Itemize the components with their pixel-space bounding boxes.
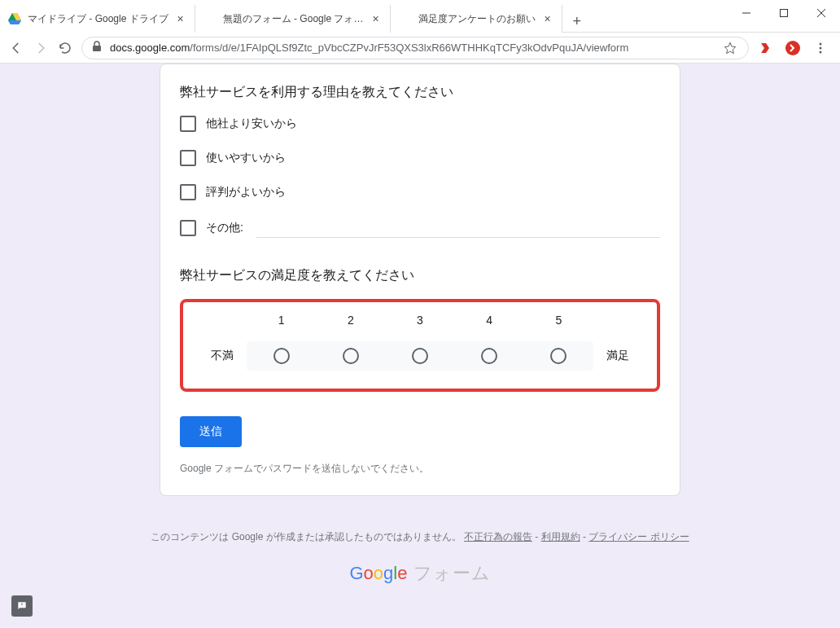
menu-icon[interactable] <box>812 40 829 56</box>
drive-icon <box>8 12 21 25</box>
checkbox-option[interactable]: 使いやすいから <box>180 150 660 166</box>
password-warning: Google フォームでパスワードを送信しないでください。 <box>180 462 660 476</box>
scale-radio-3[interactable] <box>412 348 428 364</box>
page-content: 弊社サービスを利用する理由を教えてください 他社より安いから 使いやすいから 評… <box>0 64 840 628</box>
close-icon[interactable]: × <box>542 13 553 24</box>
url-text: docs.google.com/forms/d/e/1FAIpQLSf9Ztc_… <box>110 42 628 54</box>
checkbox-icon[interactable] <box>180 150 196 166</box>
address-bar[interactable]: docs.google.com/forms/d/e/1FAIpQLSf9Ztc_… <box>81 37 749 59</box>
lock-icon <box>92 41 102 55</box>
scale-number: 3 <box>385 314 454 327</box>
scale-radio-4[interactable] <box>481 348 497 364</box>
svg-rect-4 <box>781 10 788 17</box>
minimize-button[interactable] <box>728 0 765 26</box>
svg-marker-2 <box>8 20 21 24</box>
scale-number: 5 <box>524 314 593 327</box>
svg-point-11 <box>820 51 822 53</box>
checkbox-option[interactable]: 他社より安いから <box>180 116 660 132</box>
scale-number: 1 <box>247 314 316 327</box>
scale-radio-2[interactable] <box>343 348 359 364</box>
checkbox-icon[interactable] <box>180 220 196 236</box>
option-label: その他: <box>206 221 243 235</box>
forms-icon <box>203 12 217 25</box>
terms-link[interactable]: 利用規約 <box>541 531 580 542</box>
checkbox-icon[interactable] <box>180 184 196 200</box>
tab-drive[interactable]: マイドライブ - Google ドライブ × <box>0 5 195 33</box>
reload-button[interactable] <box>57 40 73 56</box>
back-button[interactable] <box>8 40 24 56</box>
checkbox-icon[interactable] <box>180 116 196 132</box>
report-abuse-link[interactable]: 不正行為の報告 <box>464 531 532 542</box>
question-1-title: 弊社サービスを利用する理由を教えてください <box>180 84 660 101</box>
tab-title: 無題のフォーム - Google フォーム <box>223 12 364 26</box>
google-forms-logo[interactable]: Google フォーム <box>0 561 840 586</box>
other-text-input[interactable] <box>256 218 660 238</box>
checkbox-option-other[interactable]: その他: <box>180 218 660 238</box>
star-icon[interactable] <box>722 40 738 56</box>
question-2-title: 弊社サービスの満足度を教えてください <box>180 267 660 284</box>
extension-icon[interactable] <box>757 40 773 56</box>
tab-title: 満足度アンケートのお願い <box>418 12 536 26</box>
privacy-link[interactable]: プライバシー ポリシー <box>588 531 689 542</box>
svg-point-9 <box>820 42 822 45</box>
new-tab-button[interactable]: + <box>566 10 588 33</box>
svg-rect-13 <box>21 604 22 605</box>
scale-radio-1[interactable] <box>273 348 290 364</box>
forward-button[interactable] <box>33 40 49 56</box>
scale-radio-5[interactable] <box>550 348 567 364</box>
option-label: 評判がよいから <box>206 185 286 200</box>
option-label: 他社より安いから <box>206 116 297 131</box>
close-window-button[interactable] <box>803 0 840 26</box>
svg-point-12 <box>21 604 22 605</box>
tab-strip: マイドライブ - Google ドライブ × 無題のフォーム - Google … <box>0 0 728 33</box>
svg-point-10 <box>820 46 822 49</box>
window-controls <box>728 0 840 26</box>
scale-high-label: 満足 <box>593 349 642 363</box>
extension-icon-2[interactable] <box>785 40 801 56</box>
footer-disclaimer: このコンテンツは Google が作成または承認したものではありません。 不正行… <box>0 529 840 547</box>
tab-forms-editor[interactable]: 無題のフォーム - Google フォーム × <box>195 5 391 33</box>
browser-titlebar: マイドライブ - Google ドライブ × 無題のフォーム - Google … <box>0 0 840 33</box>
form-card: 弊社サービスを利用する理由を教えてください 他社より安いから 使いやすいから 評… <box>160 64 680 496</box>
feedback-button[interactable] <box>11 595 33 617</box>
tab-title: マイドライブ - Google ドライブ <box>28 12 168 26</box>
scale-low-label: 不満 <box>198 349 247 363</box>
close-icon[interactable]: × <box>370 13 382 24</box>
scale-number: 4 <box>455 314 524 327</box>
option-label: 使いやすいから <box>206 151 286 165</box>
browser-toolbar: docs.google.com/forms/d/e/1FAIpQLSf9Ztc_… <box>0 33 840 64</box>
checkbox-option[interactable]: 評判がよいから <box>180 184 660 200</box>
tab-forms-preview[interactable]: 満足度アンケートのお願い × <box>391 5 562 33</box>
svg-rect-7 <box>93 46 101 51</box>
extension-icons <box>757 40 832 56</box>
forms-icon <box>399 12 412 25</box>
close-icon[interactable]: × <box>175 13 186 24</box>
scale-number: 2 <box>316 314 385 327</box>
maximize-button[interactable] <box>765 0 803 26</box>
submit-button[interactable]: 送信 <box>180 416 242 447</box>
highlighted-scale-question: 1 2 3 4 5 不満 <box>180 299 660 392</box>
